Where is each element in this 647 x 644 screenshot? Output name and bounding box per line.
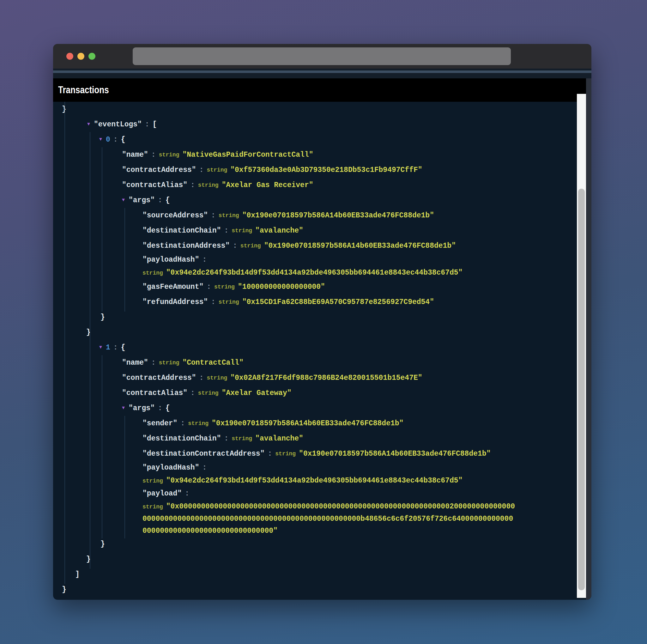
json-close-bracket: } [100,540,105,548]
tree-guide-line [102,355,102,539]
json-key: "destinationChain" [142,227,221,235]
json-row: "destinationAddress" : string"0x190e0701… [53,238,577,254]
json-close-bracket: } [100,313,105,321]
json-value: "100000000000000000" [238,283,325,291]
json-colon: : [187,389,198,397]
json-value: "avalanche" [255,434,303,443]
json-type-label: string [240,243,261,249]
json-key: "args" [129,196,155,204]
json-value: "NativeGasPaidForContractCall" [182,151,313,159]
json-type-label: string [275,451,296,457]
json-colon: : [204,283,214,291]
zoom-button[interactable] [88,53,95,60]
json-value: "Axelar Gateway" [222,389,292,397]
json-tree-viewer: }▼"eventLogs" : [▼0 : {"name" : string"N… [53,102,577,600]
json-key: "contractAddress" [122,166,196,174]
json-row: } [53,325,577,340]
json-key: "contractAlias" [122,389,187,397]
json-open-bracket: [ [153,121,157,129]
window-title-bar[interactable] [53,44,591,69]
json-colon: : [142,121,153,129]
json-key: "destinationAddress" [142,242,230,250]
json-type-label: string [231,227,252,234]
json-value: "0x190e07018597b586A14b60EB33ade476FC88d… [212,419,404,428]
json-colon: : [148,359,159,367]
json-open-bracket: { [165,196,170,204]
json-key: "refundAddress" [142,298,208,306]
collapse-triangle-icon[interactable]: ▼ [87,122,90,127]
json-close-bracket: } [62,105,66,114]
json-colon: : [110,136,121,144]
json-value: "0x190e07018597b586A14b60EB33ade476FC88d… [242,211,434,220]
json-row: "name" : string"ContractCall" [53,355,577,370]
json-row: "destinationContractAddress" : string"0x… [53,446,577,461]
json-type-label: string [214,284,235,290]
minimize-button[interactable] [77,53,84,60]
tree-guide-line [125,416,125,539]
json-row: string"0x94e2dc264f93bd14d9f53dd4134a92b… [53,474,577,487]
json-colon: : [230,242,240,250]
page-title: Transactions [58,78,109,102]
json-row: "name" : string"NativeGasPaidForContract… [53,147,577,162]
json-colon: : [196,166,207,174]
close-button[interactable] [66,53,73,60]
json-colon: : [182,490,193,498]
json-colon: : [208,298,219,306]
toolbar-strip [53,69,591,78]
json-key: "payloadHash" [142,256,199,264]
collapse-triangle-icon[interactable]: ▼ [99,137,102,142]
traffic-lights [66,53,95,60]
json-row: "sender" : string"0x190e07018597b586A14b… [53,416,577,431]
json-value: "0x94e2dc264f93bd14d9f53dd4134a92bde4963… [166,477,463,485]
collapse-triangle-icon[interactable]: ▼ [122,406,125,411]
json-type-label: string [198,390,219,396]
json-key: "sourceAddress" [142,211,208,220]
json-wrapped-value: string"0x0000000000000000000000000000000… [142,500,515,537]
json-type-label: string [219,299,239,305]
json-row: string"0x94e2dc264f93bd14d9f53dd4134a92b… [53,266,577,279]
json-row: "destinationChain" : string"avalanche" [53,431,577,446]
json-colon: : [199,256,210,264]
json-row: "contractAddress" : string"0xf57360da3e0… [53,162,577,177]
json-key: "destinationChain" [142,434,221,443]
json-colon: : [155,404,165,412]
json-value: "0x15CD1Fa62C88bE69A570C95787e8256927C9e… [242,298,434,306]
json-type-label: string [142,270,163,276]
json-key: "eventLogs" [94,121,142,129]
json-type-label: string [207,375,227,381]
json-row: } [53,582,577,597]
scrollbar-thumb[interactable] [578,189,585,590]
scrollbar-track[interactable] [577,94,586,598]
json-array-index: 1 [106,344,110,352]
json-colon: : [196,374,207,382]
json-row: ▼"args" : { [53,401,577,416]
json-colon: : [187,181,198,189]
json-row: ] [53,567,577,582]
json-row: "payloadHash" : [53,254,577,266]
json-colon: : [177,419,188,428]
window-right-frame [586,78,591,600]
tree-guide-line [64,102,65,584]
json-type-label: string [159,360,179,366]
desktop-background: Transactions }▼"eventLogs" : [▼0 : {"nam… [0,0,647,644]
address-bar[interactable] [133,48,511,65]
json-type-label: string [219,212,239,219]
json-open-bracket: { [121,136,126,144]
collapse-triangle-icon[interactable]: ▼ [122,198,125,203]
json-row: "payloadHash" : [53,461,577,474]
json-colon: : [155,196,165,204]
json-colon: : [265,450,275,458]
json-row: "sourceAddress" : string"0x190e07018597b… [53,208,577,223]
json-value: "0x0000000000000000000000000000000000000… [142,502,515,535]
browser-window: Transactions }▼"eventLogs" : [▼0 : {"nam… [53,44,591,600]
tree-guide-line [102,147,102,311]
json-row: } [53,102,577,117]
json-colon: : [110,344,121,352]
json-row: } [53,310,577,325]
json-row: ▼0 : { [53,132,577,147]
json-type-label: string [142,478,163,484]
json-row: "contractAddress" : string"0x02A8f217F6d… [53,370,577,385]
json-value: "0x190e07018597b586A14b60EB33ade476FC88d… [299,450,491,458]
json-row: "contractAlias" : string"Axelar Gas Rece… [53,177,577,193]
collapse-triangle-icon[interactable]: ▼ [99,345,102,350]
